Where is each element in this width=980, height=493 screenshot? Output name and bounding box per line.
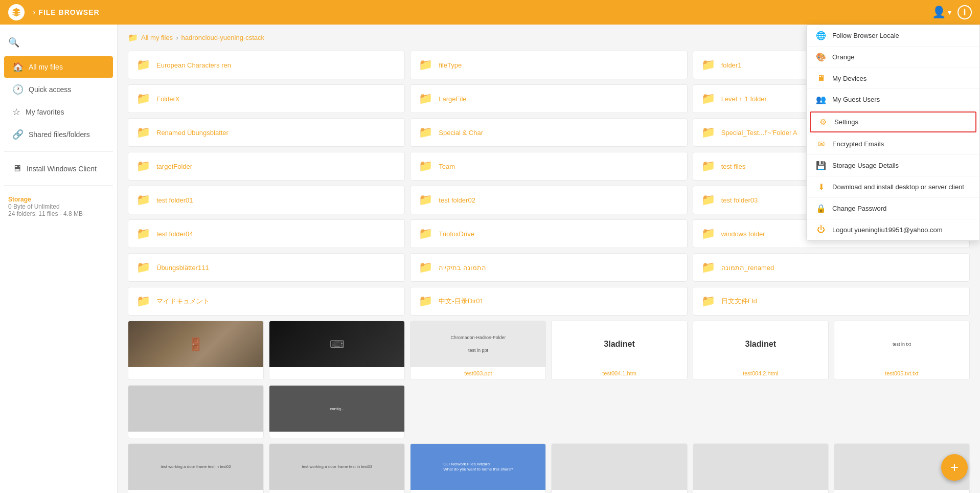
folder-name: test folder01 bbox=[156, 196, 193, 204]
sidebar-item-all-files[interactable]: 🏠 All my files bbox=[4, 56, 113, 78]
folder-icon: 📁 bbox=[136, 160, 150, 173]
file-card[interactable]: 3ladinet test004.2.html bbox=[693, 321, 829, 380]
folder-card[interactable]: 📁 LargeFile bbox=[410, 84, 687, 113]
file-card[interactable] bbox=[128, 385, 264, 438]
storage-icon: 💾 bbox=[816, 161, 826, 170]
file-card[interactable]: test working a door frame test in test03 bbox=[269, 443, 405, 493]
folder-card[interactable]: 📁 fileType bbox=[410, 51, 687, 79]
folder-card[interactable]: 📁 targetFolder bbox=[128, 152, 405, 181]
file-thumbnail bbox=[693, 444, 828, 490]
folder-name: European Characters ren bbox=[156, 61, 231, 69]
storage-title: Storage bbox=[8, 196, 109, 203]
dropdown-storage-usage[interactable]: 💾 Storage Usage Details bbox=[807, 155, 979, 176]
file-thumbnail: config... bbox=[269, 386, 404, 432]
home-icon: 🏠 bbox=[12, 61, 24, 73]
dropdown-download-install[interactable]: ⬇ Download and install desktop or server… bbox=[807, 176, 979, 198]
file-thumbnail: 3ladinet bbox=[693, 321, 828, 367]
dropdown-encrypted-emails[interactable]: ✉ Encrypted Emails bbox=[807, 133, 979, 155]
folder-name: FolderX bbox=[156, 95, 180, 103]
file-thumbnail: test working a door frame test in test02 bbox=[128, 444, 263, 490]
file-card-photo1[interactable]: 🚪 bbox=[128, 321, 264, 380]
folder-name: Level + 1 folder bbox=[721, 95, 767, 103]
file-name bbox=[834, 490, 969, 493]
file-card[interactable]: test working a door frame test in test02 bbox=[128, 443, 264, 493]
folder-card[interactable]: 📁 中文-目录Dir01 bbox=[410, 287, 687, 316]
folder-name: LargeFile bbox=[439, 95, 466, 103]
dropdown-my-guest-users[interactable]: 👥 My Guest Users bbox=[807, 89, 979, 110]
folder-card[interactable]: 📁 Renamed Übungsblatter bbox=[128, 118, 405, 147]
folder-icon: 📁 bbox=[136, 295, 150, 308]
folder-icon: 📁 bbox=[419, 227, 432, 240]
guest-users-icon: 👥 bbox=[816, 95, 826, 104]
folder-icon: 📁 bbox=[419, 92, 432, 105]
folder-card[interactable]: 📁 התמונה_renamed bbox=[693, 253, 970, 282]
folder-card[interactable]: 📁 Übungsblätter111 bbox=[128, 253, 405, 282]
user-menu-button[interactable]: 👤 ▾ bbox=[932, 6, 951, 19]
folder-card[interactable]: 📁 FolderX bbox=[128, 84, 405, 113]
dropdown-change-password[interactable]: 🔒 Change Password bbox=[807, 198, 979, 219]
sidebar-storage: Storage 0 Byte of Unlimited 24 folders, … bbox=[0, 192, 117, 221]
breadcrumb-home[interactable]: All my files bbox=[141, 34, 173, 41]
share-icon: 🔗 bbox=[12, 129, 24, 140]
folder-name: התמונה בתיקייה bbox=[439, 264, 486, 272]
add-fab-button[interactable]: + bbox=[941, 454, 968, 481]
dropdown-my-devices[interactable]: 🖥 My Devices bbox=[807, 68, 979, 89]
windows-icon: 🖥 bbox=[12, 163, 21, 174]
folder-card[interactable]: 📁 TriofoxDrive bbox=[410, 219, 687, 248]
file-card[interactable] bbox=[693, 443, 829, 493]
folder-icon: 📁 bbox=[701, 193, 715, 207]
file-card[interactable] bbox=[551, 443, 687, 493]
folder-name: test folder04 bbox=[156, 230, 193, 238]
folder-card[interactable]: 📁 マイドキュメント bbox=[128, 287, 405, 316]
paint-icon: 🎨 bbox=[816, 52, 826, 62]
dropdown-settings-label: Settings bbox=[834, 118, 858, 126]
dropdown-change-password-label: Change Password bbox=[832, 205, 886, 212]
file-name bbox=[552, 490, 687, 493]
file-card[interactable]: GLI Network Files WizardWhat do you want… bbox=[410, 443, 546, 493]
file-card[interactable]: 3ladinet test004.1.htm bbox=[551, 321, 687, 380]
folder-icon: 📁 bbox=[701, 92, 715, 105]
sidebar-item-install[interactable]: 🖥 Install Windows Client bbox=[4, 158, 113, 179]
storage-detail: 0 Byte of Unlimited bbox=[8, 203, 109, 210]
folder-card[interactable]: 📁 התמונה בתיקייה bbox=[410, 253, 687, 282]
info-button[interactable]: i bbox=[958, 5, 972, 19]
sidebar-item-quick-access[interactable]: 🕐 Quick access bbox=[4, 79, 113, 100]
file-card[interactable]: config... bbox=[269, 385, 405, 438]
folder-icon: 📁 bbox=[419, 58, 432, 72]
folder-card[interactable]: 📁 日文文件Fld bbox=[693, 287, 970, 316]
folder-name: マイドキュメント bbox=[156, 297, 210, 306]
file-card-photo2[interactable]: ⌨ bbox=[269, 321, 405, 380]
folder-name: התמונה_renamed bbox=[721, 264, 774, 272]
folder-icon: 📁 bbox=[701, 295, 715, 308]
dropdown-orange[interactable]: 🎨 Orange bbox=[807, 47, 979, 68]
folder-icon: 📁 bbox=[701, 58, 715, 72]
dropdown-my-devices-label: My Devices bbox=[832, 75, 867, 82]
sidebar-quick-access-label: Quick access bbox=[29, 85, 71, 94]
folder-card[interactable]: 📁 European Characters ren bbox=[128, 51, 405, 79]
folder-card[interactable]: 📁 test folder04 bbox=[128, 219, 405, 248]
file-card[interactable]: Chromadon-Hadron-Foldertest in ppt test0… bbox=[410, 321, 546, 380]
search-button[interactable]: 🔍 bbox=[8, 37, 19, 48]
user-icon: 👤 bbox=[932, 6, 946, 19]
dropdown-settings[interactable]: ⚙ Settings bbox=[810, 111, 976, 132]
dropdown-logout[interactable]: ⏻ Logout yueningIiu19951@yahoo.com bbox=[807, 219, 979, 240]
folder-icon: 📁 bbox=[701, 227, 715, 240]
folder-card[interactable]: 📁 Team bbox=[410, 152, 687, 181]
app-header: › FILE BROWSER 👤 ▾ i bbox=[0, 0, 980, 25]
settings-icon: ⚙ bbox=[818, 117, 828, 127]
dropdown-follow-locale[interactable]: 🌐 Follow Browser Locale bbox=[807, 25, 979, 47]
sidebar-divider bbox=[4, 151, 113, 152]
folder-card[interactable]: 📁 Special & Char bbox=[410, 118, 687, 147]
folder-icon: 📁 bbox=[419, 160, 432, 173]
sidebar-item-favorites[interactable]: ☆ My favorites bbox=[4, 101, 113, 123]
file-card[interactable]: test in txt test005.txt.txt bbox=[834, 321, 970, 380]
sidebar-search-area: 🔍 bbox=[0, 33, 117, 52]
file-name bbox=[269, 432, 404, 438]
sidebar-item-shared[interactable]: 🔗 Shared files/folders bbox=[4, 124, 113, 145]
folder-card[interactable]: 📁 test folder02 bbox=[410, 186, 687, 214]
folder-card[interactable]: 📁 test folder01 bbox=[128, 186, 405, 214]
email-lock-icon: ✉ bbox=[816, 139, 826, 149]
file-thumbnail: test in txt bbox=[834, 321, 969, 367]
folder-icon: 📁 bbox=[136, 227, 150, 240]
folder-icon: 📁 bbox=[419, 193, 432, 207]
